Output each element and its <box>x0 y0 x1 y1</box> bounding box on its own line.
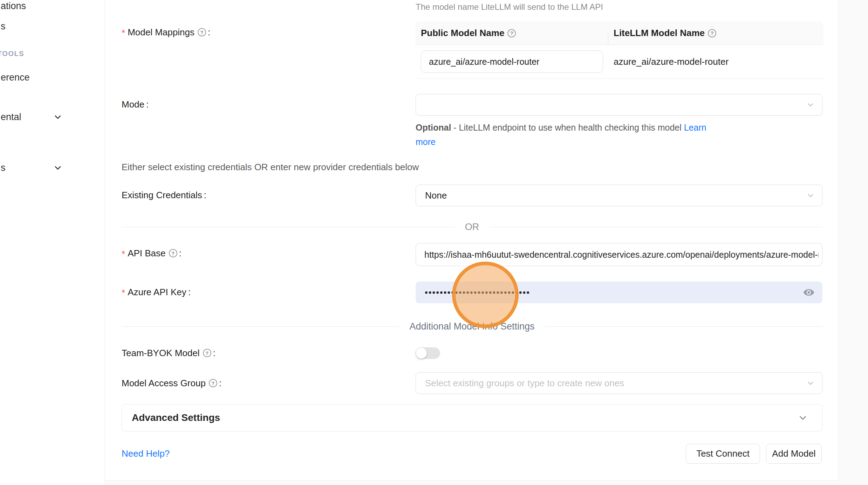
existing-credentials-value: None <box>425 190 447 201</box>
or-divider: OR <box>122 221 822 233</box>
mode-helper-text: Optional - LiteLLM endpoint to use when … <box>416 120 710 149</box>
toggle-knob <box>416 348 427 359</box>
sidebar-section-tools: TOOLS <box>1 48 95 60</box>
api-base-input[interactable] <box>416 243 822 266</box>
team-byok-label: Team-BYOK Model : <box>122 347 216 359</box>
help-icon[interactable] <box>507 29 516 37</box>
api-base-label: * API Base : <box>122 247 182 259</box>
add-model-form-card: The model name LiteLLM will send to the … <box>105 0 839 480</box>
column-header-public-model-name: Public Model Name <box>415 28 608 39</box>
model-access-group-placeholder: Select existing groups or type to create… <box>425 378 624 389</box>
mode-label: Mode : <box>122 98 149 111</box>
help-icon[interactable] <box>203 349 211 357</box>
chevron-down-icon <box>54 164 62 172</box>
required-asterisk: * <box>122 28 125 39</box>
advanced-settings-title: Advanced Settings <box>132 412 220 423</box>
help-icon[interactable] <box>169 249 177 257</box>
sidebar-item-experimental[interactable]: ental <box>1 111 95 123</box>
help-icon[interactable] <box>209 379 217 387</box>
help-icon[interactable] <box>708 29 716 37</box>
chevron-down-icon <box>54 113 62 121</box>
credentials-note: Either select existing credentials OR en… <box>122 162 419 173</box>
required-asterisk: * <box>122 287 125 298</box>
table-row: azure_ai/azure-model-router <box>415 45 823 79</box>
team-byok-toggle[interactable] <box>416 347 440 359</box>
sidebar-item[interactable]: s <box>1 20 95 32</box>
test-connect-button[interactable]: Test Connect <box>686 444 760 464</box>
additional-settings-divider: Additional Model Info Settings <box>122 320 822 333</box>
model-name-hint: The model name LiteLLM will send to the … <box>416 2 603 12</box>
column-header-litellm-model-name: LiteLLM Model Name <box>608 28 823 39</box>
add-model-button[interactable]: Add Model <box>766 444 822 464</box>
model-access-group-label: Model Access Group : <box>122 377 221 389</box>
sidebar-item[interactable]: erence <box>1 71 95 83</box>
sidebar-item-label: s <box>1 162 6 173</box>
sidebar-item-organizations[interactable]: ations <box>1 0 95 12</box>
sidebar: ations s TOOLS erence ental s <box>0 0 105 485</box>
sidebar-item-settings[interactable]: s <box>1 162 95 174</box>
public-model-name-cell <box>415 50 608 73</box>
app-screen: ations s TOOLS erence ental s The model … <box>0 0 868 485</box>
chevron-down-icon <box>807 101 814 109</box>
advanced-settings-panel[interactable]: Advanced Settings <box>122 404 822 431</box>
need-help-link[interactable]: Need Help? <box>122 448 170 459</box>
help-icon[interactable] <box>198 28 206 36</box>
required-asterisk: * <box>122 249 125 259</box>
sidebar-item-label: ental <box>1 112 21 123</box>
existing-credentials-label: Existing Credentials : <box>122 189 206 201</box>
existing-credentials-select[interactable]: None <box>416 185 822 206</box>
chevron-down-icon <box>798 413 807 422</box>
litellm-model-name-value: azure_ai/azure-model-router <box>608 56 823 67</box>
model-access-group-select[interactable]: Select existing groups or type to create… <box>416 372 822 394</box>
azure-api-key-label: * Azure API Key : <box>122 286 191 298</box>
mode-select[interactable] <box>416 94 822 116</box>
masked-api-key: •••••••••••••••••••••••••••• <box>425 287 530 298</box>
model-mappings-table: Public Model Name LiteLLM Model Name azu… <box>415 22 823 79</box>
public-model-name-input[interactable] <box>421 50 603 73</box>
eye-icon[interactable] <box>803 286 815 298</box>
table-header-row: Public Model Name LiteLLM Model Name <box>415 22 823 45</box>
model-mappings-label: * Model Mappings : <box>122 26 210 39</box>
sidebar-item-label: ations <box>1 1 26 12</box>
chevron-down-icon <box>807 379 814 387</box>
chevron-down-icon <box>807 192 814 199</box>
sidebar-item-label: erence <box>1 72 30 83</box>
sidebar-section-label: TOOLS <box>0 50 24 58</box>
sidebar-item-label: s <box>1 21 6 32</box>
azure-api-key-input[interactable]: •••••••••••••••••••••••••••• <box>416 282 822 303</box>
